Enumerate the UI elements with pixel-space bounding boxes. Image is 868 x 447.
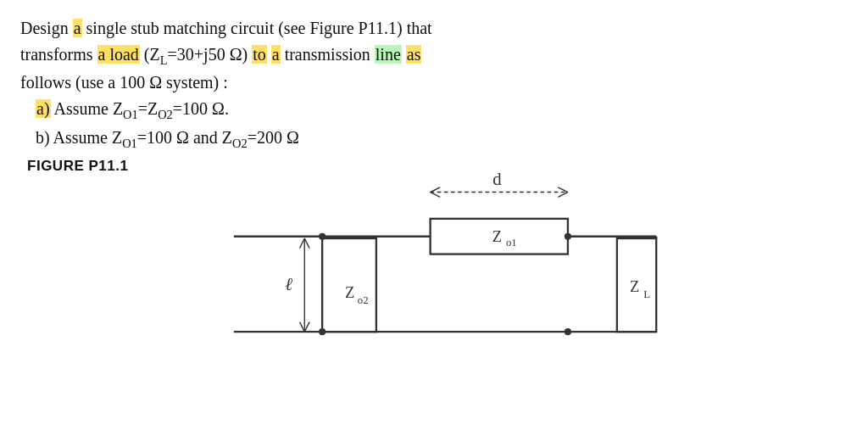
highlight-a1: a [73, 19, 82, 37]
paragraph-line1: Design a single stub matching circuit (s… [20, 15, 848, 42]
item-a: a) Assume ZO1=ZO2=100 Ω. [36, 96, 848, 124]
svg-line-5 [558, 187, 568, 193]
highlight-item-a: a) [36, 99, 51, 118]
svg-text:Z: Z [492, 227, 502, 245]
highlight-line: line [375, 45, 402, 64]
svg-text:ℓ: ℓ [285, 274, 292, 294]
svg-line-12 [299, 238, 304, 249]
sub-o1-b: O1 [122, 137, 137, 150]
paragraph-line3: follows (use a 100 Ω system) : [20, 70, 848, 96]
sub-o1-a: O1 [123, 108, 138, 121]
svg-text:L: L [643, 288, 650, 300]
highlight-as: as [406, 45, 422, 64]
paragraph-line2: transforms a load (ZL=30+j50 Ω) to a tra… [20, 42, 848, 70]
svg-line-15 [304, 322, 309, 332]
subscript-L: L [160, 53, 168, 67]
svg-line-14 [299, 322, 304, 332]
figure-area: FIGURE P11.1 [20, 158, 851, 378]
svg-text:o1: o1 [506, 237, 517, 249]
svg-line-3 [431, 187, 441, 193]
sub-o2-b: O2 [232, 137, 248, 150]
svg-text:Z: Z [345, 283, 354, 301]
highlight-a2: a [271, 45, 281, 64]
svg-text:d: d [492, 169, 502, 189]
svg-line-13 [304, 238, 309, 249]
svg-line-6 [558, 193, 568, 198]
svg-point-35 [319, 328, 326, 335]
highlight-to: to [252, 45, 267, 64]
svg-point-36 [565, 233, 571, 240]
highlight-a-load: a load [97, 45, 140, 64]
svg-text:o2: o2 [358, 294, 369, 306]
item-b: b) Assume ZO1=100 Ω and ZO2=200 Ω [36, 125, 848, 153]
sub-o2-a: O2 [158, 108, 173, 121]
problem-text: Design a single stub matching circuit (s… [20, 15, 848, 153]
svg-line-4 [431, 193, 441, 198]
svg-point-34 [319, 233, 326, 240]
circuit-diagram: d Z o2 ℓ Z o1 [215, 158, 724, 374]
svg-point-37 [565, 328, 571, 335]
svg-text:Z: Z [630, 277, 639, 295]
